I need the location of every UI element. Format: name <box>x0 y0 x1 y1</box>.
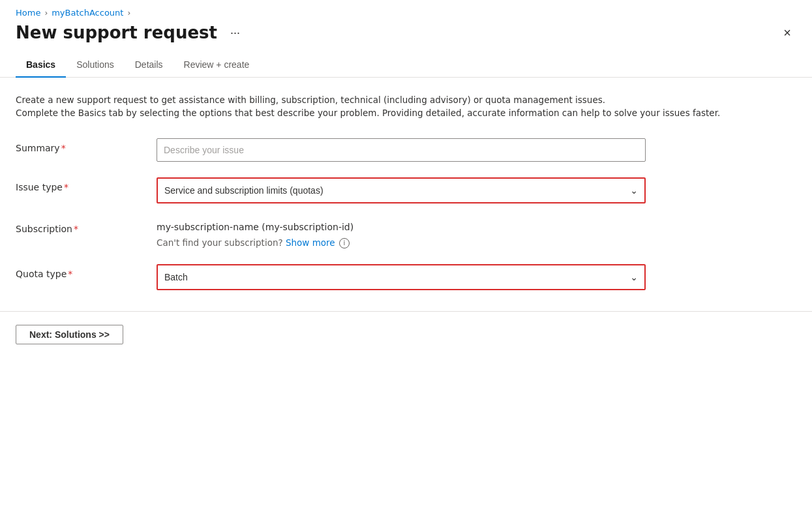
subscription-area: my-subscription-name (my-subscription-id… <box>157 219 646 248</box>
quota-type-control: Batch Compute Storage ⌄ <box>157 264 646 290</box>
description-text: Create a new support request to get assi… <box>16 93 733 120</box>
tabs-container: Basics Solutions Details Review + create <box>0 53 812 78</box>
more-options-button[interactable]: ··· <box>225 23 245 42</box>
quota-type-row: Quota type* Batch Compute Storage ⌄ <box>16 264 767 290</box>
breadcrumb-sep-2: › <box>127 8 130 18</box>
subscription-row: Subscription* my-subscription-name (my-s… <box>16 219 767 248</box>
tab-review-create[interactable]: Review + create <box>173 53 260 78</box>
subscription-label: Subscription* <box>16 219 146 234</box>
summary-row: Summary* <box>16 138 767 162</box>
tab-details[interactable]: Details <box>125 53 173 78</box>
info-icon[interactable]: i <box>339 238 350 248</box>
breadcrumb-batch-account[interactable]: myBatchAccount <box>52 8 123 18</box>
quota-type-select[interactable]: Batch Compute Storage <box>158 265 644 289</box>
breadcrumb: Home › myBatchAccount › <box>0 0 812 23</box>
issue-type-select[interactable]: Service and subscription limits (quotas)… <box>158 179 644 202</box>
page-header-left: New support request ··· <box>16 23 245 42</box>
footer: Next: Solutions >> <box>0 312 812 357</box>
tab-basics[interactable]: Basics <box>16 53 66 78</box>
page-header: New support request ··· × <box>0 23 812 53</box>
form-area: Create a new support request to get assi… <box>0 78 783 290</box>
close-button[interactable]: × <box>778 23 796 42</box>
summary-input[interactable] <box>157 138 646 162</box>
description-line1: Create a new support request to get assi… <box>16 95 605 105</box>
summary-required: * <box>61 143 66 153</box>
next-solutions-button[interactable]: Next: Solutions >> <box>16 325 123 344</box>
tab-solutions[interactable]: Solutions <box>66 53 125 78</box>
issue-type-row: Issue type* Service and subscription lim… <box>16 177 767 203</box>
subscription-required: * <box>74 224 78 234</box>
subscription-value: my-subscription-name (my-subscription-id… <box>157 219 646 232</box>
quota-type-required: * <box>68 269 72 279</box>
issue-type-select-wrapper: Service and subscription limits (quotas)… <box>157 177 646 203</box>
description-line2: Complete the Basics tab by selecting the… <box>16 108 720 118</box>
summary-control <box>157 138 646 162</box>
breadcrumb-home[interactable]: Home <box>16 8 40 18</box>
summary-label: Summary* <box>16 138 146 153</box>
issue-type-required: * <box>64 182 68 192</box>
quota-type-select-wrapper: Batch Compute Storage ⌄ <box>157 264 646 290</box>
show-more-link[interactable]: Show more <box>286 237 335 248</box>
breadcrumb-sep-1: › <box>44 8 48 18</box>
issue-type-label: Issue type* <box>16 177 146 192</box>
cant-find-subscription: Can't find your subscription? Show more … <box>157 237 646 248</box>
quota-type-label: Quota type* <box>16 264 146 279</box>
issue-type-control: Service and subscription limits (quotas)… <box>157 177 646 203</box>
page-title: New support request <box>16 23 217 42</box>
